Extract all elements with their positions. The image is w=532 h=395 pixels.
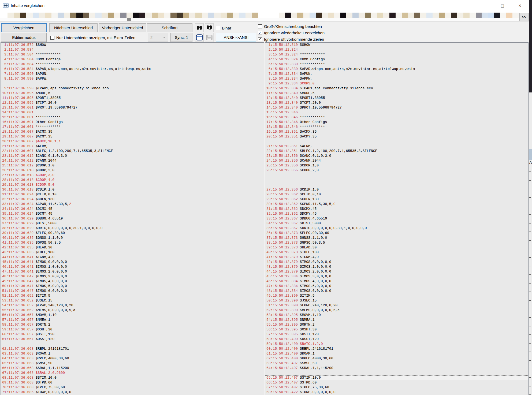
diff-line[interactable]: 1:15:50:12.310 $SHOW [265,43,528,47]
diff-line[interactable]: 52:15:50:12.390 $MEMS,0,0,0,0,0,5,a [265,308,528,313]
only-differences-checkbox[interactable]: Nur Unterschiede anzeigen, mit Extra-Zei… [50,35,136,40]
next-difference-button[interactable]: Nächster Unterschied [49,23,98,32]
diff-line[interactable]: 52:11:07:36.652 $ITIM,5 [1,293,264,298]
diff-line[interactable]: 19:15:50:12.351 $ACMX,35 [265,129,528,134]
diff-line[interactable]: 34:11:07:36.624 $DCMX,45 [1,207,264,211]
sync-button[interactable]: Sync: 1 [170,33,192,42]
diff-line[interactable]: 46:11:07:36.641 $IMOS,1,0,0,0,0 [1,264,264,269]
diff-line[interactable]: 23:11:07:36.612 $CANC,0,1,0,3,0 [1,154,264,158]
diff-line[interactable]: 46:15:50:12.384 $IMOS,4,0,0,0,0 [265,279,528,284]
diff-line[interactable]: 47:15:50:12.384 $IMOS,5,0,0,0,0 [265,284,528,289]
diff-line[interactable]: 69:11:07:36.668 $STPD,60 [1,380,264,385]
diff-line[interactable]: 2:11:07:36.584 [1,47,264,52]
diff-line[interactable]: 34:15:50:12.367 $DIST,5000 [265,221,528,226]
compare-button[interactable]: Vergleichen [1,23,47,32]
overview-map-left[interactable] [8,13,258,18]
diff-line[interactable]: 43:11:07:36.635 $IDLE,180 [1,250,264,255]
diff-line[interactable]: 62:11:07:36.663 $REPL,2416181701 [1,346,264,351]
diff-line[interactable]: 27:15:50:12.356 $CDIP,1,0 [265,187,528,192]
diff-line[interactable]: 68:11:07:36.668 $STIM,10,0 [1,375,264,380]
diff-line[interactable]: 36:15:50:12.373 $ELEC,90,30,60 [265,231,528,236]
diff-line[interactable]: 14:11:07:36.601 [1,110,264,115]
diff-line[interactable]: 17:15:50:12.346 Other Configs [265,120,528,125]
diff-line[interactable]: 45:15:50:12.384 $IMOS,3,0,0,0,0 [265,274,528,279]
diff-line[interactable]: 15:15:50:12.346 [265,110,528,115]
diff-line[interactable]: 58:11:07:36.657 $ORTN,2 [1,322,264,327]
diff-line[interactable]: 44:11:07:36.641 $IGNM,4,0 [1,255,264,260]
diff-line[interactable]: 59:11:07:36.657 $OSHT,30 [1,327,264,332]
diff-line[interactable]: 15:11:07:36.601 ************ [1,115,264,120]
diff-line[interactable]: 21:15:50:12.351 $ALRM, [265,144,528,149]
diff-line[interactable]: 63:11:07:36.663 $ROAM,1 [1,351,264,356]
diff-gap-line[interactable] [1,81,264,86]
diff-line[interactable]: 12:15:50:12.340 $PORT1,38955 [265,96,528,100]
diff-line[interactable]: 64:15:50:12.407 $SRAL,1,1,115200 [265,366,528,371]
diff-line[interactable]: 26:11:07:36.618 $CDOP,2,0 [1,168,264,173]
diff-line[interactable]: 29:15:50:12.362 $COLN,130 [265,197,528,202]
diff-line[interactable]: 28:15:50:12.362 $CLID,0,10 [265,192,528,197]
diff-line[interactable]: 49:11:07:36.647 $IMOS,4,0,0,0,0 [1,279,264,284]
diff-line[interactable]: 1:11:07:36.572 $SHOW [1,43,264,47]
diff-line[interactable]: 56:11:07:36.657 $MOVM,1,10 [1,313,264,318]
diff-line[interactable]: 70:11:07:36.668 $TPEC,75,30,60 [1,385,264,390]
diff-line[interactable]: 11:15:50:12.340 $MODE,6 [265,91,528,96]
diff-line[interactable]: 59:15:50:12.400 $RATC,1,2,0 [265,342,528,346]
diff-line[interactable]: 43:15:50:12.379 $IMOS,1,0,0,0,0 [265,264,528,269]
diff-line[interactable]: 61:11:07:36.657 $OSST,120 [1,337,264,342]
diff-line[interactable]: 51:15:50:12.390 $LPWC,240,120,0,20 [265,303,528,308]
diff-line[interactable]: 16:15:50:12.346 ************ [265,115,528,120]
diff-line[interactable]: 66:11:07:36.668 $SRAL,1,1,115200 [1,366,264,371]
diff-line[interactable]: 13:11:07:36.601 $PROT,19,55968794727 [1,105,264,110]
diff-line[interactable]: 50:11:07:36.647 $IMOS,5,0,0,0,0 [1,284,264,289]
diff-line[interactable]: 11:11:07:36.595 $PORT1,38955 [1,96,264,100]
diff-line[interactable]: 53:11:07:36.652 $JSEC,15 [1,298,264,303]
diff-line[interactable]: 33:11:07:36.624 $CPWR,11.5,30,5,2 [1,202,264,207]
close-button[interactable]: ✕ [511,0,529,11]
diff-line[interactable]: 54:15:50:12.395 $NMEA,1 [265,318,528,322]
diff-line[interactable]: 41:11:07:36.635 $GPSQ,50,3,5 [1,240,264,245]
toolbar-overflow-button[interactable]: >> [519,13,529,21]
diff-line[interactable]: 12:11:07:36.595 $TCPT,20,0 [1,100,264,105]
diff-gap-line[interactable] [265,178,528,182]
diff-line[interactable]: 32:15:50:12.362 $DCMY,45 [265,211,528,216]
overview-map-right[interactable] [279,13,519,18]
diff-line[interactable]: 47:11:07:36.641 $IMOS,2,0,0,0,0 [1,269,264,274]
diff-line[interactable]: 49:15:50:12.390 $ITIM,5 [265,293,528,298]
diff-line[interactable]: 35:15:50:12.367 $DRIC,0,0,0,0,0,0,30,1,0… [265,226,528,231]
diff-line[interactable]: 31:15:50:12.362 $DCMX,45 [265,207,528,211]
diff-line[interactable]: 20:15:50:12.351 $ACMY,35 [265,134,528,139]
diff-line[interactable]: 10:15:50:12.334 $IPAD1,api.connectivity.… [265,86,528,91]
diff-line[interactable]: 61:15:50:12.400 $ROAM,1 [265,351,528,356]
diff-line[interactable]: 38:15:50:12.373 $GPSQ,50,3,5 [265,240,528,245]
diff-line[interactable]: 13:15:50:12.340 $TCPT,20,0 [265,100,528,105]
search-options-button[interactable] [205,23,214,32]
diff-line[interactable]: 31:11:07:36.624 $CLID,0,10 [1,192,264,197]
case-sensitive-checkbox[interactable]: Groß-/Kleinschreibung beachten [258,24,322,29]
diff-line[interactable]: 3:11:07:36.584 ************ [1,52,264,57]
diff-line[interactable]: 40:11:07:36.635 $GNSS,1,1,0,0 [1,236,264,240]
diff-line[interactable]: 16:11:07:36.601 Other Configs [1,120,264,125]
diff-gap-line[interactable] [1,342,264,346]
diff-line[interactable]: 40:15:50:12.373 $IDLE,180 [265,250,528,255]
diff-line[interactable]: 6:11:07:36.584 $APAD,wlapn.com,astra,m2m… [1,67,264,72]
diff-line[interactable]: 5:15:50:12.330 ************ [265,62,528,67]
diff-line[interactable]: 41:15:50:12.379 $IGNM,4,0 [265,255,528,260]
diff-line[interactable]: 48:15:50:12.384 $IMOS,6,0,0,0,0 [265,289,528,293]
diff-line[interactable]: 26:15:50:12.356 $CDOP,2,0 [265,168,528,173]
diff-line[interactable]: 8:15:50:12.334 $APPW, [265,76,528,81]
diff-line[interactable]: 8:11:07:36.590 $APPW, [1,76,264,81]
diff-line[interactable]: 58:15:50:12.400 $OSST,120 [265,337,528,342]
diff-line[interactable]: 39:11:07:36.629 $ELEC,90,30,60 [1,231,264,236]
search-button[interactable] [195,23,204,32]
diff-line[interactable]: 55:15:50:12.395 $ORTN,2 [265,322,528,327]
diff-line[interactable]: 22:11:07:36.607 $BLEC,1,2,100,200,7,1,65… [1,149,264,154]
diff-line[interactable]: 42:15:50:12.379 $IMOS,0,0,0,0,0 [265,260,528,264]
diff-line[interactable]: 7:15:50:12.334 $APUN, [265,72,528,76]
diff-line[interactable]: 4:15:50:12.324 COMM Configs [265,57,528,62]
diff-line[interactable]: 65:11:07:36.663 $SMSL,50 [1,361,264,366]
diff-line[interactable]: 18:15:50:12.346 ************ [265,125,528,129]
diff-line[interactable]: 10:11:07:36.595 $MODE,6 [1,91,264,96]
diff-gap-line[interactable] [265,182,528,187]
diff-line[interactable]: 32:11:07:36.624 $COLN,130 [1,197,264,202]
diff-line[interactable]: 57:15:50:12.395 $OSIT,120 [265,332,528,337]
